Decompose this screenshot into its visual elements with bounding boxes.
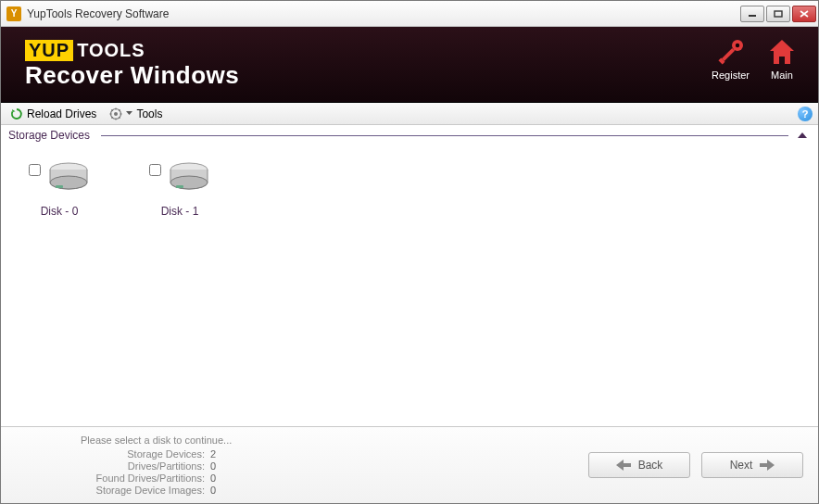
svg-rect-0 <box>749 15 756 17</box>
arrow-right-icon <box>760 460 775 471</box>
register-button[interactable]: Register <box>712 36 750 81</box>
brand-logo-left: YUP <box>25 40 73 61</box>
hard-drive-icon <box>167 160 211 194</box>
stat-value: 2 <box>210 448 216 460</box>
back-button[interactable]: Back <box>588 452 690 478</box>
toolbar: Reload Drives Tools ? <box>1 103 818 125</box>
stat-value: 0 <box>210 485 216 496</box>
refresh-icon <box>10 107 23 120</box>
brand-logo: YUP TOOLS <box>25 40 239 61</box>
stat-label: Storage Device Images: <box>16 485 210 496</box>
banner-actions: Register Main <box>712 36 798 81</box>
stat-label: Drives/Partitions: <box>16 460 210 472</box>
home-icon <box>766 36 798 68</box>
nav-buttons: Back Next <box>588 452 803 478</box>
brand-subtitle: Recover Windows <box>25 61 239 90</box>
status-panel: Please select a disk to continue... Stor… <box>16 435 588 496</box>
section-header: Storage Devices <box>1 125 818 145</box>
chevron-up-icon <box>798 132 807 138</box>
window-title: YupTools Recovery Software <box>27 7 740 20</box>
main-button[interactable]: Main <box>766 36 798 81</box>
svg-rect-21 <box>176 185 183 188</box>
svg-rect-1 <box>775 11 782 17</box>
next-button[interactable]: Next <box>701 452 803 478</box>
window-controls <box>740 6 816 22</box>
tools-menu[interactable]: Tools <box>106 106 166 122</box>
register-label: Register <box>712 69 750 81</box>
stat-label: Storage Devices: <box>16 448 210 460</box>
reload-label: Reload Drives <box>27 107 96 120</box>
collapse-toggle[interactable] <box>794 132 811 138</box>
section-title: Storage Devices <box>8 129 90 142</box>
key-icon <box>715 36 747 68</box>
arrow-left-icon <box>616 460 631 471</box>
svg-rect-18 <box>56 185 63 188</box>
device-label: Disk - 1 <box>161 205 199 218</box>
stat-value: 0 <box>210 472 216 484</box>
close-button[interactable] <box>792 6 816 22</box>
stat-value: 0 <box>210 460 216 472</box>
hard-drive-icon <box>46 160 91 194</box>
device-checkbox[interactable] <box>149 164 161 176</box>
svg-point-7 <box>114 112 118 116</box>
section-divider <box>101 135 788 136</box>
device-checkbox[interactable] <box>29 164 41 176</box>
tools-label: Tools <box>136 107 162 120</box>
device-label: Disk - 0 <box>41 205 79 218</box>
main-label: Main <box>771 69 793 81</box>
device-list: Disk - 0 Disk - 1 <box>1 145 818 426</box>
svg-rect-4 <box>721 48 734 61</box>
app-window: Y YupTools Recovery Software YUP TOOLS R… <box>0 0 819 504</box>
device-item[interactable]: Disk - 1 <box>138 160 221 218</box>
titlebar: Y YupTools Recovery Software <box>1 1 818 27</box>
device-item[interactable]: Disk - 0 <box>18 160 101 218</box>
stat-label: Found Drives/Partitions: <box>16 472 210 484</box>
brand-block: YUP TOOLS Recover Windows <box>25 40 239 90</box>
help-button[interactable]: ? <box>798 107 813 121</box>
minimize-button[interactable] <box>740 6 764 22</box>
brand-logo-right: TOOLS <box>73 40 147 61</box>
status-message: Please select a disk to continue... <box>81 435 588 446</box>
reload-drives-button[interactable]: Reload Drives <box>6 106 100 122</box>
back-label: Back <box>638 459 663 472</box>
header-banner: YUP TOOLS Recover Windows Register Main <box>1 27 818 103</box>
next-label: Next <box>730 459 753 472</box>
app-icon: Y <box>6 6 21 21</box>
maximize-button[interactable] <box>766 6 790 22</box>
svg-point-3 <box>735 44 738 47</box>
footer: Please select a disk to continue... Stor… <box>1 426 818 503</box>
chevron-down-icon <box>126 111 132 116</box>
gear-icon <box>109 107 122 120</box>
